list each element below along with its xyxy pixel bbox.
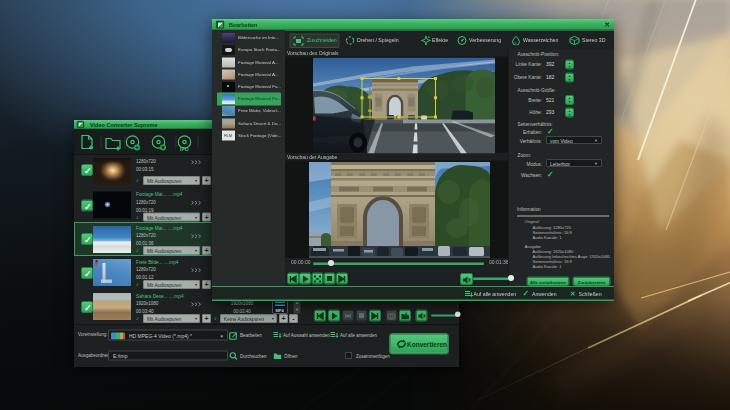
svg-text:IPO: IPO: [180, 146, 189, 152]
